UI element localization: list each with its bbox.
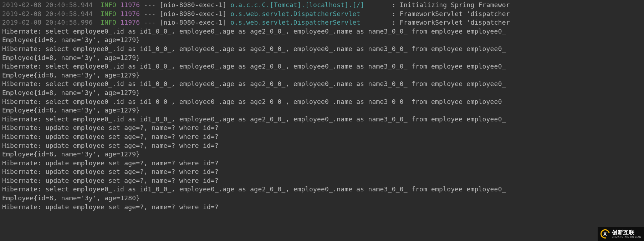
log-line: 2019-02-08 20:40:58.944 INFO 11976 --- [… xyxy=(2,1,642,10)
log-pid: 11976 xyxy=(120,19,140,26)
console-line: Employee{id=8, name='3y', age=1279} xyxy=(2,89,642,97)
console-line: Hibernate: update employee set age=?, na… xyxy=(2,124,642,132)
console-line: Hibernate: update employee set age=?, na… xyxy=(2,132,642,141)
log-logger: o.s.web.servlet.DispatcherServlet xyxy=(230,19,360,26)
log-sep: : xyxy=(392,1,396,9)
console-line: Hibernate: select employee0_.id as id1_0… xyxy=(2,80,642,89)
console-line: Hibernate: select employee0_.id as id1_0… xyxy=(2,115,642,124)
console-line: Employee{id=8, name='3y', age=1279} xyxy=(2,54,642,62)
log-timestamp: 2019-02-08 20:40:58.944 xyxy=(2,1,93,9)
log-thread: [nio-8080-exec-1] xyxy=(160,10,227,17)
log-message: Initializing Spring Framewor xyxy=(396,1,510,9)
console-line: Hibernate: select employee0_.id as id1_0… xyxy=(2,97,642,106)
log-line: 2019-02-08 20:40:58.944 INFO 11976 --- [… xyxy=(2,10,642,19)
log-thread: [nio-8080-exec-1] xyxy=(160,1,227,9)
console-line: Hibernate: select employee0_.id as id1_0… xyxy=(2,62,642,71)
log-pad xyxy=(360,10,392,17)
console-line: Hibernate: update employee set age=?, na… xyxy=(2,159,642,168)
log-pad xyxy=(360,19,392,26)
log-sep: : xyxy=(392,10,396,17)
log-line: 2019-02-08 20:40:58.996 INFO 11976 --- [… xyxy=(2,18,642,27)
console-line: Employee{id=8, name='3y', age=1279} xyxy=(2,106,642,115)
log-level: INFO xyxy=(101,10,116,17)
log-message: FrameworkServlet 'dispatcher xyxy=(396,19,510,26)
log-pid: 11976 xyxy=(120,10,140,17)
log-thread: [nio-8080-exec-1] xyxy=(160,19,227,26)
log-pid: 11976 xyxy=(120,1,140,9)
console-line: Hibernate: update employee set age=?, na… xyxy=(2,176,642,185)
watermark: X 创新互联 CHUANG XIN HU LIAN xyxy=(598,227,644,241)
console-line: Hibernate: update employee set age=?, na… xyxy=(2,167,642,176)
watermark-text-py: CHUANG XIN HU LIAN xyxy=(612,236,642,238)
console-line: Hibernate: select employee0_.id as id1_0… xyxy=(2,185,642,194)
console-line: Employee{id=8, name='3y', age=1279} xyxy=(2,71,642,80)
watermark-logo-letter: X xyxy=(600,229,610,239)
log-timestamp: 2019-02-08 20:40:58.944 xyxy=(2,10,93,17)
console-line: Hibernate: update employee set age=?, na… xyxy=(2,203,642,212)
log-dash: --- xyxy=(144,1,155,9)
log-message: FrameworkServlet 'dispatcher xyxy=(396,10,510,17)
log-sep: : xyxy=(392,19,396,26)
log-logger: o.s.web.servlet.DispatcherServlet xyxy=(230,10,360,17)
log-logger: o.a.c.c.C.[Tomcat].[localhost].[/] xyxy=(230,1,364,9)
log-level: INFO xyxy=(101,1,116,9)
console-line: Hibernate: select employee0_.id as id1_0… xyxy=(2,45,642,54)
console-line: Hibernate: select employee0_.id as id1_0… xyxy=(2,27,642,36)
watermark-logo: X xyxy=(600,229,610,239)
watermark-text: 创新互联 CHUANG XIN HU LIAN xyxy=(612,230,642,238)
log-pad xyxy=(364,1,392,9)
console-line: Employee{id=8, name='3y', age=1280} xyxy=(2,194,642,203)
text-caret xyxy=(191,177,191,184)
log-dash: --- xyxy=(144,19,155,26)
console-line: Employee{id=8, name='3y', age=1279} xyxy=(2,150,642,159)
console-line: Employee{id=8, name='3y', age=1279} xyxy=(2,36,642,45)
log-timestamp: 2019-02-08 20:40:58.996 xyxy=(2,19,93,26)
console-line: Hibernate: update employee set age=?, na… xyxy=(2,141,642,150)
log-level: INFO xyxy=(101,19,116,26)
log-dash: --- xyxy=(144,10,155,17)
console-output[interactable]: 2019-02-08 20:40:58.944 INFO 11976 --- [… xyxy=(0,0,644,211)
watermark-text-zh: 创新互联 xyxy=(612,230,642,235)
